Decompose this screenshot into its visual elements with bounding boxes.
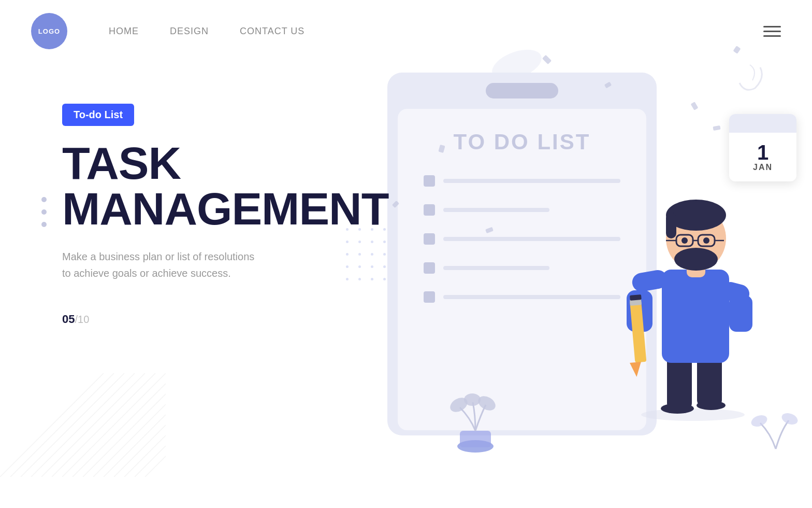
svg-point-29 — [674, 248, 718, 271]
plant-right — [750, 392, 802, 456]
subtitle: Make a business plan or list of resoluti… — [62, 248, 259, 281]
svg-line-8 — [83, 394, 166, 477]
task-row — [424, 291, 620, 303]
svg-point-36 — [703, 237, 709, 244]
plant-decoration — [444, 371, 506, 456]
design-link[interactable]: DESIGN — [170, 26, 209, 36]
illustration: TO DO LIST — [346, 41, 812, 487]
main-title: TASK MANAGEMENT — [62, 140, 342, 232]
svg-rect-24 — [729, 295, 752, 332]
dot-group — [41, 197, 47, 227]
contact-link[interactable]: CONTACT US — [240, 26, 304, 36]
confetti — [713, 125, 720, 131]
task-row — [424, 262, 620, 274]
diagonal-lines — [0, 373, 166, 477]
curl-decoration — [734, 62, 765, 93]
svg-rect-20 — [662, 270, 729, 363]
confetti — [691, 102, 699, 110]
logo[interactable]: LOGO — [31, 13, 67, 49]
svg-point-45 — [464, 393, 481, 406]
navigation: LOGO HOME DESIGN CONTACT US — [0, 0, 812, 62]
calendar-header — [729, 114, 796, 133]
svg-rect-42 — [460, 431, 491, 447]
svg-point-47 — [780, 411, 800, 427]
task-row — [424, 233, 620, 245]
svg-line-11 — [114, 425, 166, 477]
clipboard-inner: TO DO LIST — [398, 109, 646, 430]
svg-line-12 — [124, 435, 166, 477]
task-row — [424, 175, 620, 187]
hamburger-menu[interactable] — [763, 26, 781, 37]
svg-line-14 — [145, 456, 166, 477]
clipboard-title: TO DO LIST — [424, 130, 620, 154]
badge: To-do List — [62, 104, 134, 126]
svg-rect-40 — [630, 294, 642, 301]
pagination: 05/10 — [62, 313, 342, 326]
hero-content: To-do List TASK MANAGEMENT Make a busine… — [62, 104, 342, 326]
svg-point-46 — [750, 413, 769, 429]
nav-links: HOME DESIGN CONTACT US — [109, 26, 304, 37]
svg-line-9 — [93, 404, 166, 477]
svg-line-10 — [104, 415, 166, 477]
home-link[interactable]: HOME — [109, 26, 139, 36]
clipboard-clip — [486, 83, 558, 98]
task-row — [424, 204, 620, 216]
person-illustration — [615, 135, 771, 425]
svg-point-35 — [682, 237, 688, 244]
svg-point-15 — [641, 408, 745, 421]
svg-marker-38 — [630, 362, 642, 377]
svg-rect-28 — [666, 213, 676, 238]
svg-line-7 — [72, 384, 166, 477]
